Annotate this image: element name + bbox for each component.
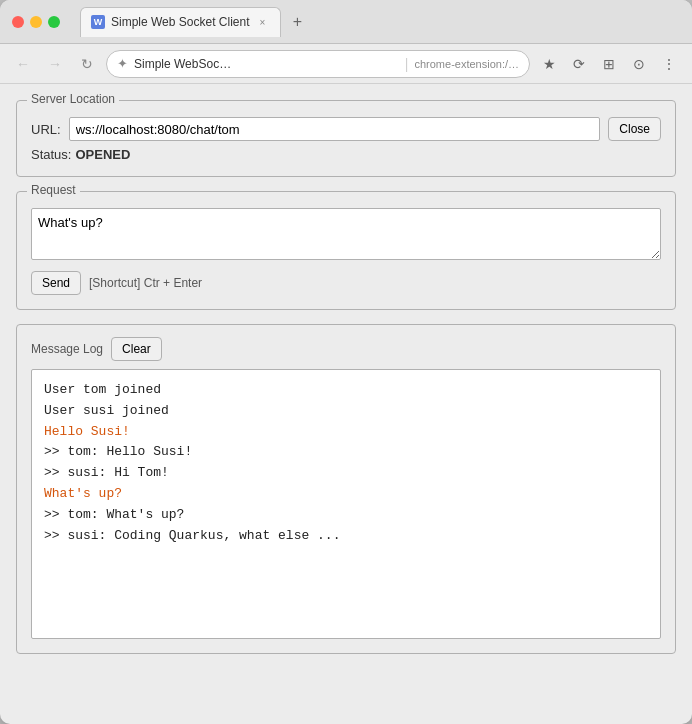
log-line: >> susi: Coding Quarkus, what else ... — [44, 526, 648, 547]
log-line: Hello Susi! — [44, 422, 648, 443]
traffic-lights — [12, 16, 60, 28]
status-value: OPENED — [75, 147, 130, 162]
address-main-text: Simple WebSoc… — [134, 57, 399, 71]
forward-button[interactable]: → — [42, 51, 68, 77]
back-button[interactable]: ← — [10, 51, 36, 77]
nav-bar: ← → ↻ ✦ Simple WebSoc… | chrome-extensio… — [0, 44, 692, 84]
message-log-box: User tom joinedUser susi joinedHello Sus… — [31, 369, 661, 639]
log-line: What's up? — [44, 484, 648, 505]
account-button[interactable]: ⊙ — [626, 51, 652, 77]
log-line: User susi joined — [44, 401, 648, 422]
address-ext-text: chrome-extension:/… — [414, 58, 519, 70]
url-label: URL: — [31, 122, 61, 137]
address-lock-icon: ✦ — [117, 56, 128, 71]
bookmark-button[interactable]: ★ — [536, 51, 562, 77]
log-line: User tom joined — [44, 380, 648, 401]
close-connection-button[interactable]: Close — [608, 117, 661, 141]
active-tab[interactable]: W Simple Web Socket Client × — [80, 7, 281, 37]
traffic-light-yellow[interactable] — [30, 16, 42, 28]
log-line: >> tom: What's up? — [44, 505, 648, 526]
clear-button[interactable]: Clear — [111, 337, 162, 361]
status-label: Status: — [31, 147, 71, 162]
log-line: >> tom: Hello Susi! — [44, 442, 648, 463]
menu-button[interactable]: ⋮ — [656, 51, 682, 77]
log-line: >> susi: Hi Tom! — [44, 463, 648, 484]
tab-title: Simple Web Socket Client — [111, 15, 250, 29]
traffic-light-green[interactable] — [48, 16, 60, 28]
tab-close-button[interactable]: × — [256, 15, 270, 29]
url-row: URL: Close — [31, 117, 661, 141]
message-log-legend: Message Log — [31, 342, 103, 356]
request-legend: Request — [27, 183, 80, 197]
request-actions: Send [Shortcut] Ctr + Enter — [31, 271, 661, 295]
content-area: Server Location URL: Close Status: OPENE… — [0, 84, 692, 684]
message-log-section: Message Log Clear User tom joinedUser su… — [16, 324, 676, 654]
server-location-section: Server Location URL: Close Status: OPENE… — [16, 100, 676, 177]
address-bar[interactable]: ✦ Simple WebSoc… | chrome-extension:/… — [106, 50, 530, 78]
request-textarea[interactable]: What's up? — [31, 208, 661, 260]
tab-favicon: W — [91, 15, 105, 29]
history-button[interactable]: ⟳ — [566, 51, 592, 77]
new-tab-button[interactable]: + — [285, 9, 311, 35]
server-location-legend: Server Location — [27, 92, 119, 106]
reload-button[interactable]: ↻ — [74, 51, 100, 77]
title-bar: W Simple Web Socket Client × + — [0, 0, 692, 44]
url-input[interactable] — [69, 117, 601, 141]
tab-bar: W Simple Web Socket Client × + — [80, 7, 311, 37]
status-row: Status: OPENED — [31, 147, 661, 162]
message-log-header: Message Log Clear — [31, 337, 661, 361]
address-divider: | — [405, 56, 409, 72]
request-section: Request What's up? Send [Shortcut] Ctr +… — [16, 191, 676, 310]
shortcut-hint: [Shortcut] Ctr + Enter — [89, 276, 202, 290]
traffic-light-red[interactable] — [12, 16, 24, 28]
nav-icons-group: ★ ⟳ ⊞ ⊙ ⋮ — [536, 51, 682, 77]
extensions-button[interactable]: ⊞ — [596, 51, 622, 77]
browser-window: W Simple Web Socket Client × + ← → ↻ ✦ S… — [0, 0, 692, 724]
send-button[interactable]: Send — [31, 271, 81, 295]
